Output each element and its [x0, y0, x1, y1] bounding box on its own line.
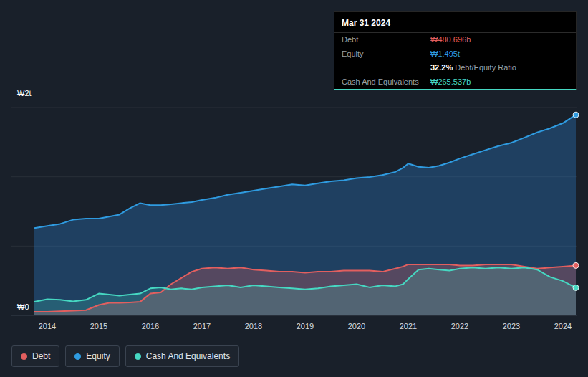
x-axis-tick: 2016: [142, 322, 159, 330]
tooltip-debt-label: Debt: [342, 34, 430, 45]
x-axis-tick: 2023: [503, 322, 520, 330]
tooltip-ratio-value: 32.2%: [430, 63, 453, 72]
tooltip-equity-label: Equity: [342, 49, 430, 59]
legend-label: Equity: [86, 351, 110, 361]
tooltip-equity-value: ₩1.495t: [430, 49, 460, 59]
tooltip-cash-label: Cash And Equivalents: [342, 77, 430, 87]
tooltip-row-debt: Debt ₩480.696b: [334, 32, 576, 47]
legend-dot-debt: [21, 353, 27, 360]
y-axis-label-0: ₩0: [17, 302, 29, 311]
endpoint-debt[interactable]: [573, 262, 579, 268]
x-axis-tick: 2022: [451, 322, 468, 330]
x-axis-tick: 2024: [554, 322, 572, 330]
legend-label: Cash And Equivalents: [146, 351, 230, 361]
y-axis-label-2t: ₩2t: [17, 89, 32, 97]
tooltip-row-ratio: 32.2% Debt/Equity Ratio: [334, 61, 576, 75]
x-axis-tick: 2015: [90, 322, 107, 330]
tooltip-date: Mar 31 2024: [334, 12, 576, 32]
legend-item-cash-and-equivalents[interactable]: Cash And Equivalents: [125, 345, 239, 367]
endpoint-cash-and-equivalents[interactable]: [573, 285, 579, 290]
tooltip-row-equity: Equity ₩1.495t: [334, 47, 576, 61]
tooltip-row-cash: Cash And Equivalents ₩265.537b: [334, 75, 576, 89]
tooltip-debt-value: ₩480.696b: [430, 34, 471, 45]
legend: DebtEquityCash And Equivalents: [11, 345, 239, 367]
legend-item-debt[interactable]: Debt: [11, 345, 59, 367]
tooltip-ratio: 32.2% Debt/Equity Ratio: [430, 62, 516, 73]
legend-label: Debt: [32, 351, 50, 361]
legend-dot-equity: [74, 353, 81, 360]
tooltip-cash-value: ₩265.537b: [430, 77, 471, 87]
tooltip-ratio-label: Debt/Equity Ratio: [455, 63, 516, 72]
x-axis-tick: 2020: [348, 322, 365, 330]
endpoint-equity[interactable]: [573, 112, 579, 118]
x-axis-tick: 2019: [297, 322, 314, 330]
x-axis-tick: 2014: [39, 322, 56, 330]
tooltip: Mar 31 2024 Debt ₩480.696b Equity ₩1.495…: [334, 11, 577, 90]
legend-dot-cash-and-equivalents: [135, 353, 141, 360]
x-axis-tick: 2021: [400, 322, 417, 330]
x-axis-tick: 2018: [245, 322, 262, 330]
chart-panel: 2014201520162017201820192020202120222023…: [0, 0, 588, 377]
x-axis-tick: 2017: [193, 322, 211, 330]
legend-item-equity[interactable]: Equity: [65, 345, 119, 367]
